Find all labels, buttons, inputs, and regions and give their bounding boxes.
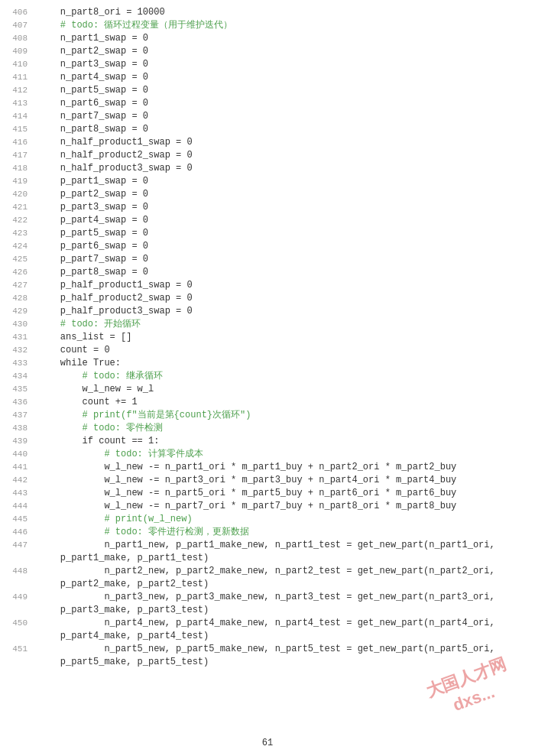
line-content: p_part2_swap = 0 (35, 188, 535, 201)
code-line: 443 w_l_new -= n_part5_ori * m_part5_buy… (0, 487, 535, 500)
line-content: # print(w_l_new) (35, 513, 535, 526)
line-content: p_half_product2_swap = 0 (35, 292, 535, 305)
code-line: 435 w_l_new = w_l (0, 383, 535, 396)
code-line: 428 p_half_product2_swap = 0 (0, 292, 535, 305)
code-line: 422 p_part4_swap = 0 (0, 214, 535, 227)
code-container: 406 n_part8_ori = 10000407 # todo: 循环过程变… (0, 0, 535, 699)
line-number: 429 (0, 305, 35, 318)
code-line: 417 n_half_product2_swap = 0 (0, 149, 535, 162)
code-line: 448 n_part2_new, p_part2_make_new, n_par… (0, 565, 535, 578)
line-number: 444 (0, 500, 35, 513)
code-line: 444 w_l_new -= n_part7_ori * m_part7_buy… (0, 500, 535, 513)
line-content: w_l_new -= n_part7_ori * m_part7_buy + n… (35, 500, 535, 513)
code-line: 407 # todo: 循环过程变量（用于维护迭代） (0, 19, 535, 32)
code-line: 438 # todo: 零件检测 (0, 422, 535, 435)
line-content: # todo: 零件检测 (35, 422, 535, 435)
code-line: 433 while True: (0, 357, 535, 370)
line-number: 436 (0, 396, 35, 409)
line-content: n_part7_swap = 0 (35, 110, 535, 123)
line-number: 450 (0, 617, 35, 630)
line-content: if count == 1: (35, 435, 535, 448)
line-number: 451 (0, 643, 35, 656)
line-content: n_part8_ori = 10000 (35, 6, 535, 19)
code-line: 449 n_part3_new, p_part3_make_new, n_par… (0, 591, 535, 604)
line-number: 422 (0, 214, 35, 227)
line-number: 433 (0, 357, 35, 370)
code-line: p_part1_make, p_part1_test) (0, 552, 535, 565)
code-line: 424 p_part6_swap = 0 (0, 240, 535, 253)
line-content: w_l_new -= n_part5_ori * m_part5_buy + n… (35, 487, 535, 500)
line-content: p_half_product1_swap = 0 (35, 279, 535, 292)
line-number: 448 (0, 565, 35, 578)
code-line: 442 w_l_new -= n_part3_ori * m_part3_buy… (0, 474, 535, 487)
code-line: 409 n_part2_swap = 0 (0, 45, 535, 58)
line-content: n_part2_new, p_part2_make_new, n_part2_t… (35, 565, 535, 578)
line-number: 439 (0, 435, 35, 448)
line-number: 446 (0, 526, 35, 539)
line-number: 443 (0, 487, 35, 500)
line-content: n_part5_swap = 0 (35, 84, 535, 97)
line-number: 413 (0, 97, 35, 110)
line-content: n_part5_new, p_part5_make_new, n_part5_t… (35, 643, 535, 656)
line-number: 441 (0, 461, 35, 474)
line-content: n_part2_swap = 0 (35, 45, 535, 58)
code-line: 446 # todo: 零件进行检测，更新数据 (0, 526, 535, 539)
line-number: 407 (0, 19, 35, 32)
line-content: n_part3_new, p_part3_make_new, n_part3_t… (35, 591, 535, 604)
line-number: 421 (0, 201, 35, 214)
line-content: p_part4_make, p_part4_test) (35, 630, 535, 643)
line-number: 414 (0, 110, 35, 123)
code-line: 411 n_part4_swap = 0 (0, 71, 535, 84)
line-content: n_half_product3_swap = 0 (35, 162, 535, 175)
code-line: 420 p_part2_swap = 0 (0, 188, 535, 201)
line-content: w_l_new = w_l (35, 383, 535, 396)
code-line: 415 n_part8_swap = 0 (0, 123, 535, 136)
code-line: 413 n_part6_swap = 0 (0, 97, 535, 110)
line-number: 419 (0, 175, 35, 188)
line-number: 420 (0, 188, 35, 201)
line-content: p_part1_swap = 0 (35, 175, 535, 188)
line-number: 435 (0, 383, 35, 396)
line-number: 410 (0, 58, 35, 71)
code-line: 423 p_part5_swap = 0 (0, 227, 535, 240)
line-number: 434 (0, 370, 35, 383)
line-content: p_part8_swap = 0 (35, 266, 535, 279)
code-line: 436 count += 1 (0, 396, 535, 409)
code-line: 440 # todo: 计算零件成本 (0, 448, 535, 461)
line-content: count += 1 (35, 396, 535, 409)
line-content: ans_list = [] (35, 331, 535, 344)
code-line: 431 ans_list = [] (0, 331, 535, 344)
code-line: 434 # todo: 继承循环 (0, 370, 535, 383)
code-line: 416 n_half_product1_swap = 0 (0, 136, 535, 149)
code-line: 447 n_part1_new, p_part1_make_new, n_par… (0, 539, 535, 552)
line-content: n_part1_new, p_part1_make_new, n_part1_t… (35, 539, 535, 552)
line-number: 408 (0, 32, 35, 45)
line-content: n_part8_swap = 0 (35, 123, 535, 136)
code-line: 437 # print(f"当前是第{count}次循环") (0, 409, 535, 422)
code-line: 408 n_part1_swap = 0 (0, 32, 535, 45)
line-content: n_part4_swap = 0 (35, 71, 535, 84)
line-content: n_part6_swap = 0 (35, 97, 535, 110)
line-number: 424 (0, 240, 35, 253)
code-line: p_part4_make, p_part4_test) (0, 630, 535, 643)
line-number: 437 (0, 409, 35, 422)
line-number: 415 (0, 123, 35, 136)
line-number: 416 (0, 136, 35, 149)
line-content: # todo: 开始循环 (35, 318, 535, 331)
code-line: 412 n_part5_swap = 0 (0, 84, 535, 97)
line-number: 406 (0, 6, 35, 19)
line-number: 412 (0, 84, 35, 97)
line-number: 447 (0, 539, 35, 552)
line-content: p_part5_make, p_part5_test) (35, 656, 535, 669)
line-content: n_part1_swap = 0 (35, 32, 535, 45)
line-number: 442 (0, 474, 35, 487)
line-content: n_part3_swap = 0 (35, 58, 535, 71)
line-number: 428 (0, 292, 35, 305)
code-line: 430 # todo: 开始循环 (0, 318, 535, 331)
line-content: p_part5_swap = 0 (35, 227, 535, 240)
line-content: n_half_product2_swap = 0 (35, 149, 535, 162)
code-line: 426 p_part8_swap = 0 (0, 266, 535, 279)
code-line: p_part2_make, p_part2_test) (0, 578, 535, 591)
code-line: 450 n_part4_new, p_part4_make_new, n_par… (0, 617, 535, 630)
line-number: 426 (0, 266, 35, 279)
